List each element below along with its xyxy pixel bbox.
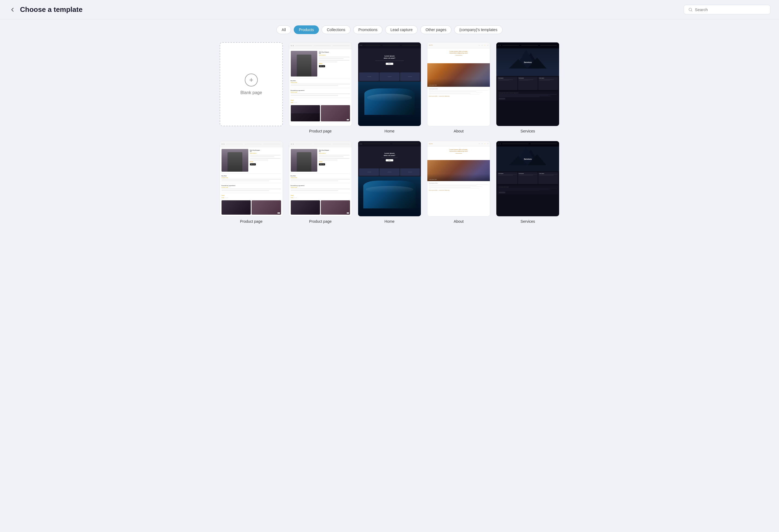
- mockup-nav: [289, 43, 352, 49]
- about-card-2[interactable]: logo·thinc Nav Nav Nav Nav Lorem ipsum d…: [427, 141, 490, 216]
- template-services-2[interactable]: Services Lorem ipsum Lorem ipsum Lorem i…: [496, 141, 559, 223]
- about-card-1[interactable]: logo·thinc Nav Nav Nav Nav Lorem ipsum d…: [427, 42, 490, 126]
- back-icon: [10, 7, 15, 12]
- filter-company-templates[interactable]: {company}'s templates: [454, 25, 502, 34]
- template-home-1[interactable]: Lorem ipsumdolor sit amet? Lorem ipsum d…: [358, 42, 421, 133]
- template-label-services-2: Services: [521, 219, 535, 223]
- template-label-services-1: Services: [521, 129, 535, 133]
- blank-plus-icon: +: [245, 73, 258, 86]
- product-card-3[interactable]: Dark Grey DesignerTee $49.99 Add to cart: [289, 141, 352, 216]
- template-about-1[interactable]: logo·thinc Nav Nav Nav Nav Lorem ipsum d…: [427, 42, 490, 133]
- template-blank[interactable]: + Blank page: [220, 42, 283, 133]
- template-product-3[interactable]: Dark Grey DesignerTee $49.99 Add to cart: [289, 141, 352, 223]
- blank-label: Blank page: [240, 90, 262, 95]
- template-grid: + Blank page: [211, 39, 568, 235]
- template-about-2[interactable]: logo·thinc Nav Nav Nav Nav Lorem ipsum d…: [427, 141, 490, 223]
- page-title: Choose a template: [20, 5, 82, 14]
- template-label-about-2: About: [454, 219, 464, 223]
- template-home-2[interactable]: Lorem ipsumdolor sit amet? Lorem ipsum d…: [358, 141, 421, 223]
- header-left: Choose a template: [9, 5, 82, 14]
- services-card-2[interactable]: Services Lorem ipsum Lorem ipsum Lorem i…: [496, 141, 559, 216]
- filter-bar: All Products Collections Promotions Lead…: [0, 19, 779, 39]
- search-box[interactable]: [684, 5, 770, 14]
- services-mockup-1: Services Lorem ipsum Lorem ipsum: [496, 43, 559, 126]
- filter-other-pages[interactable]: Other pages: [420, 25, 452, 34]
- product-card-1[interactable]: Dark Grey DesignerTee $49.99 Add to cart: [289, 42, 352, 126]
- search-icon: [688, 8, 693, 12]
- filter-products[interactable]: Products: [294, 25, 319, 34]
- product-mockup-2: Dark Grey DesignerTee $49.99 Add to cart: [220, 141, 283, 216]
- filter-collections[interactable]: Collections: [321, 25, 350, 34]
- product-card-2[interactable]: Dark Grey DesignerTee $49.99 Add to cart: [220, 141, 283, 216]
- product-mockup-3: Dark Grey DesignerTee $49.99 Add to cart: [289, 141, 352, 216]
- about-mockup-1: logo·thinc Nav Nav Nav Nav Lorem ipsum d…: [427, 43, 490, 126]
- services-card-1[interactable]: Services Lorem ipsum Lorem ipsum: [496, 42, 559, 126]
- template-label-product-2: Product page: [240, 219, 262, 223]
- home-mockup-2: Lorem ipsumdolor sit amet? Lorem ipsum d…: [358, 141, 421, 216]
- template-label-home-2: Home: [384, 219, 395, 223]
- filter-promotions[interactable]: Promotions: [353, 25, 383, 34]
- template-product-1[interactable]: Dark Grey DesignerTee $49.99 Add to cart: [289, 42, 352, 133]
- app-header: Choose a template: [0, 0, 779, 19]
- template-label-product-1: Product page: [309, 129, 332, 133]
- template-product-2[interactable]: Dark Grey DesignerTee $49.99 Add to cart: [220, 141, 283, 223]
- template-label-about-1: About: [454, 129, 464, 133]
- about-mockup-2: logo·thinc Nav Nav Nav Nav Lorem ipsum d…: [427, 141, 490, 216]
- home-mockup-1: Lorem ipsumdolor sit amet? Lorem ipsum d…: [358, 43, 421, 126]
- back-button[interactable]: [9, 6, 16, 13]
- template-label-product-3: Product page: [309, 219, 332, 223]
- template-label-home-1: Home: [384, 129, 395, 133]
- home-card-1[interactable]: Lorem ipsumdolor sit amet? Lorem ipsum d…: [358, 42, 421, 126]
- filter-all[interactable]: All: [277, 25, 291, 34]
- product-mockup-1: Dark Grey DesignerTee $49.99 Add to cart: [289, 43, 352, 126]
- search-input[interactable]: [695, 7, 766, 12]
- filter-lead-capture[interactable]: Lead capture: [385, 25, 418, 34]
- blank-card[interactable]: + Blank page: [220, 42, 283, 126]
- template-services-1[interactable]: Services Lorem ipsum Lorem ipsum: [496, 42, 559, 133]
- services-mockup-2: Services Lorem ipsum Lorem ipsum Lorem i…: [496, 141, 559, 216]
- home-card-2[interactable]: Lorem ipsumdolor sit amet? Lorem ipsum d…: [358, 141, 421, 216]
